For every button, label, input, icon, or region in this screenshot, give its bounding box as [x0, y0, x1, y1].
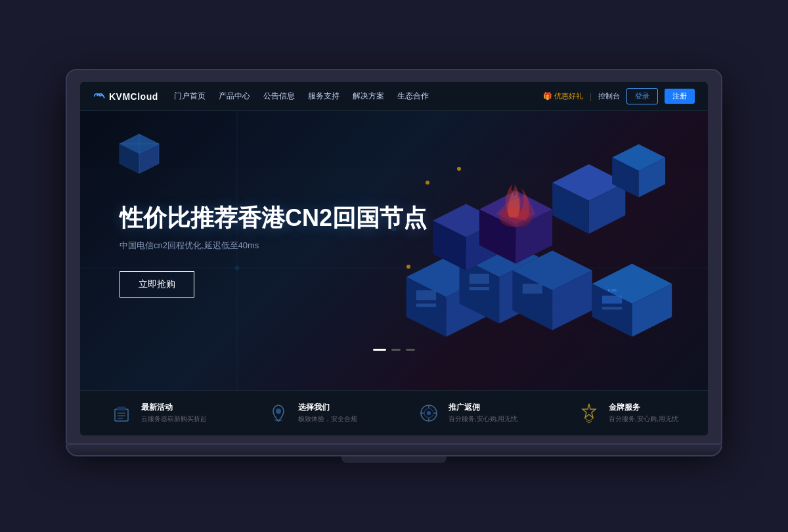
logo-icon [93, 92, 106, 101]
dot-active[interactable] [373, 349, 386, 351]
feature-gold-service: 金牌服务 百分服务,安心购,用无忧 [577, 401, 678, 425]
login-button[interactable]: 登录 [626, 88, 658, 104]
nav-products[interactable]: 产品中心 [219, 91, 250, 102]
nav-home[interactable]: 门户首页 [174, 91, 206, 102]
nav-ecosystem[interactable]: 生态合作 [397, 91, 429, 102]
nav-support[interactable]: 服务支持 [308, 91, 339, 102]
laptop-screen: KVMCloud 门户首页 产品中心 公告信息 服务支持 解决方案 生态合作 🎁 [80, 82, 708, 435]
feature-desc-activity: 云服务器崭新购买折起 [141, 414, 207, 424]
promo-icon: 🎁 [543, 92, 552, 100]
nav-announcements[interactable]: 公告信息 [263, 91, 295, 102]
feature-text-referral: 推广返佣 百分服务,安心购,用无忧 [449, 402, 518, 424]
promo-area[interactable]: 🎁 优惠好礼 [543, 91, 583, 101]
hero-subtitle: 中国电信cn2回程优化,延迟低至40ms [120, 240, 668, 252]
hero-title: 性价比推荐香港CN2回国节点 [120, 204, 668, 232]
feature-text-gold: 金牌服务 百分服务,安心购,用无忧 [609, 402, 678, 424]
feature-text-choose: 选择我们 极致体验，安全合规 [298, 402, 357, 424]
svg-rect-49 [118, 407, 125, 410]
feature-text-activity: 最新活动 云服务器崭新购买折起 [141, 402, 207, 424]
feature-latest-activity: 最新活动 云服务器崭新购买折起 [110, 401, 207, 425]
feature-title-choose: 选择我们 [298, 402, 357, 413]
browser-window: KVMCloud 门户首页 产品中心 公告信息 服务支持 解决方案 生态合作 🎁 [80, 82, 708, 435]
laptop-base [66, 445, 722, 456]
feature-title-gold: 金牌服务 [609, 402, 678, 413]
logo-text: KVMCloud [109, 91, 158, 102]
navbar-right: 🎁 优惠好礼 | 控制台 登录 注册 [543, 88, 695, 104]
dot-3[interactable] [406, 349, 415, 351]
feature-title-referral: 推广返佣 [449, 402, 518, 413]
laptop-bezel: KVMCloud 门户首页 产品中心 公告信息 服务支持 解决方案 生态合作 🎁 [66, 69, 722, 445]
svg-point-56 [427, 411, 431, 415]
feature-referral: 推广返佣 百分服务,安心购,用无忧 [417, 401, 518, 425]
feature-icon-choose [267, 401, 290, 425]
register-button[interactable]: 注册 [665, 89, 695, 104]
nav-links: 门户首页 产品中心 公告信息 服务支持 解决方案 生态合作 [174, 91, 429, 102]
feature-title-activity: 最新活动 [141, 402, 207, 413]
carousel-dots [373, 349, 415, 351]
dot-2[interactable] [391, 349, 401, 351]
logo[interactable]: KVMCloud [93, 91, 158, 102]
feature-desc-referral: 百分服务,安心购,用无忧 [449, 414, 518, 424]
laptop-stand [341, 456, 447, 463]
features-bar: 最新活动 云服务器崭新购买折起 [80, 390, 708, 435]
feature-desc-gold: 百分服务,安心购,用无忧 [609, 414, 678, 424]
laptop-container: KVMCloud 门户首页 产品中心 公告信息 服务支持 解决方案 生态合作 🎁 [66, 69, 722, 463]
feature-icon-referral [417, 401, 441, 425]
svg-rect-48 [115, 409, 128, 421]
feature-icon-activity [110, 401, 133, 425]
purchase-button[interactable]: 立即抢购 [120, 271, 194, 298]
feature-icon-gold [577, 401, 601, 425]
navbar: KVMCloud 门户首页 产品中心 公告信息 服务支持 解决方案 生态合作 🎁 [80, 82, 708, 111]
control-panel-link[interactable]: 控制台 [598, 91, 620, 101]
promo-label: 优惠好礼 [554, 91, 583, 101]
nav-divider: | [590, 92, 592, 101]
hero-section: 性价比推荐香港CN2回国节点 中国电信cn2回程优化,延迟低至40ms 立即抢购 [80, 111, 708, 390]
svg-point-53 [276, 409, 281, 414]
nav-solutions[interactable]: 解决方案 [353, 91, 384, 102]
feature-choose-us: 选择我们 极致体验，安全合规 [267, 401, 357, 425]
feature-desc-choose: 极致体验，安全合规 [298, 414, 357, 424]
